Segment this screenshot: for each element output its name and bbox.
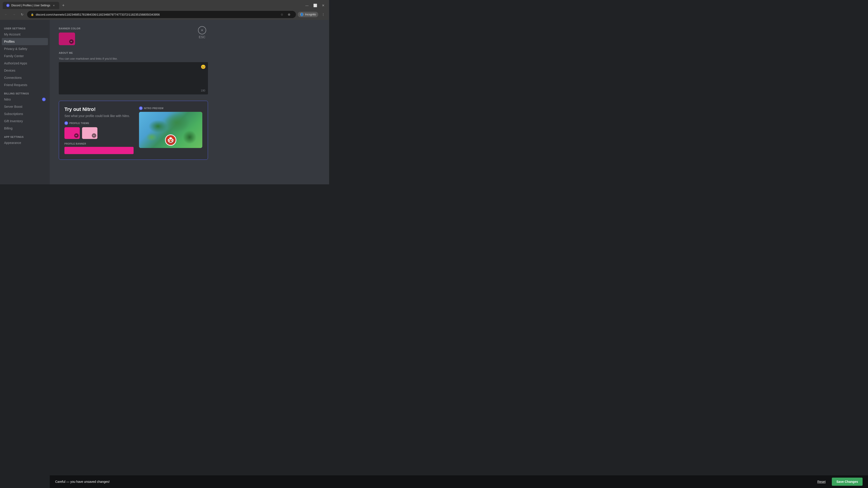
sidebar-item-server-boost[interactable]: Server Boost [2,103,48,110]
billing-settings-label: BILLING SETTINGS [2,90,48,96]
sidebar-item-privacy-safety-label: Privacy & Safety [4,47,46,51]
sidebar-item-server-boost-label: Server Boost [4,105,46,108]
sidebar-item-family-center[interactable]: Family Center [2,53,48,60]
sidebar-item-gift-inventory[interactable]: Gift Inventory [2,118,48,125]
browser-chrome: D Discord | Profiles | User Settings ✕ +… [0,0,329,20]
tab-bar: D Discord | Profiles | User Settings ✕ +… [0,0,329,9]
theme-swatch-1-edit[interactable]: ✏ [74,133,79,138]
sidebar-item-connections[interactable]: Connections [2,74,48,81]
theme-swatch-2-edit[interactable]: ✏ [92,133,96,138]
nitro-icon: ⬡ [64,121,68,125]
profile-theme-label: ⬡ PROFILE THEME [64,121,133,125]
nitro-card-right: ⬡ NITRO PREVIEW 🤡 [139,106,202,154]
esc-button[interactable]: ✕ ESC [198,26,206,39]
profile-themes: ✏ ✏ [64,127,133,139]
sidebar-item-connections-label: Connections [4,76,46,79]
extension-button[interactable]: ⊕ [286,11,292,18]
tab-close-button[interactable]: ✕ [52,4,56,7]
incognito-icon: 👤 [300,13,304,16]
content-area: ✕ ESC BANNER COLOR ✏ ABOUT ME You can us… [50,20,329,184]
emoji-picker-button[interactable]: 😊 [201,64,206,69]
nitro-card: Try out Nitro! See what your profile cou… [59,101,208,160]
sidebar-item-gift-inventory-label: Gift Inventory [4,119,46,123]
nitro-subtitle: See what your profile could look like wi… [64,114,133,118]
tab-favicon: D [6,4,9,7]
active-tab[interactable]: D Discord | Profiles | User Settings ✕ [3,2,59,9]
content-inner: ✕ ESC BANNER COLOR ✏ ABOUT ME You can us… [50,20,217,183]
sidebar-item-friend-requests-label: Friend Requests [4,83,46,87]
about-me-input[interactable] [59,62,208,94]
sidebar-item-authorized-apps[interactable]: Authorized Apps [2,60,48,67]
profile-banner-label: PROFILE BANNER [64,142,133,145]
char-count: 190 [201,89,205,92]
sidebar-item-billing[interactable]: Billing [2,125,48,132]
sidebar-item-my-account-label: My Account [4,33,46,36]
profile-avatar: 🤡 [165,134,176,146]
banner-color-header: BANNER COLOR [59,27,208,30]
nitro-preview-icon: ⬡ [139,106,143,110]
close-window-button[interactable]: ✕ [320,2,327,8]
nitro-card-left: Try out Nitro! See what your profile cou… [64,106,133,154]
esc-label: ESC [199,35,206,39]
back-button[interactable]: ← [3,11,9,18]
nitro-title: Try out Nitro! [64,106,133,112]
minimize-button[interactable]: — [304,2,310,8]
lock-icon: 🔒 [31,13,34,16]
profile-banner-preview [64,147,133,154]
tab-title: Discord | Profiles | User Settings [11,4,50,7]
sidebar-item-privacy-safety[interactable]: Privacy & Safety [2,45,48,53]
url-text: discord.com/channels/1182346851781984336… [36,13,277,16]
nitro-preview-label: ⬡ NITRO PREVIEW [139,106,202,110]
incognito-label: Incognito [305,13,316,16]
about-me-section: ABOUT ME You can use markdown and links … [59,52,208,94]
sidebar: USER SETTINGS My Account Profiles Privac… [0,20,50,184]
sidebar-item-devices[interactable]: Devices [2,67,48,74]
maximize-button[interactable]: ⬜ [312,2,318,8]
app-layout: USER SETTINGS My Account Profiles Privac… [0,20,329,184]
reload-button[interactable]: ↻ [19,11,25,18]
banner-color-section: BANNER COLOR ✏ [59,27,208,45]
sidebar-item-my-account[interactable]: My Account [2,31,48,38]
menu-button[interactable]: ⋮ [320,11,327,18]
banner-color-edit-button[interactable]: ✏ [69,39,74,44]
user-settings-label: USER SETTINGS [2,25,48,31]
sidebar-item-profiles-label: Profiles [4,40,46,43]
bookmark-button[interactable]: ☆ [279,11,285,18]
sidebar-item-nitro-label: Nitro [4,98,42,101]
banner-color-swatch[interactable]: ✏ [59,33,75,45]
incognito-badge[interactable]: 👤 Incognito [298,12,318,17]
sidebar-item-subscriptions[interactable]: Subscriptions [2,110,48,118]
sidebar-item-family-center-label: Family Center [4,54,46,58]
new-tab-button[interactable]: + [60,2,66,8]
sidebar-item-authorized-apps-label: Authorized Apps [4,61,46,65]
theme-swatch-2[interactable]: ✏ [82,127,97,139]
forward-button[interactable]: → [11,11,17,18]
sidebar-item-appearance-label: Appearance [4,141,46,144]
sidebar-item-nitro[interactable]: Nitro ⬡ [2,96,48,103]
address-bar: ← → ↻ 🔒 discord.com/channels/11823468517… [0,9,329,20]
address-input[interactable]: 🔒 discord.com/channels/11823468517819843… [27,11,296,18]
sidebar-item-billing-label: Billing [4,127,46,130]
sidebar-item-subscriptions-label: Subscriptions [4,112,46,116]
about-me-header: ABOUT ME [59,52,208,54]
theme-swatch-1[interactable]: ✏ [64,127,80,139]
nitro-preview-image: 🤡 [139,112,202,148]
sidebar-item-friend-requests[interactable]: Friend Requests [2,81,48,89]
about-me-textarea-wrap: 😊 190 [59,62,208,94]
address-actions: ☆ ⊕ [279,11,292,18]
esc-circle: ✕ [198,26,206,34]
app-settings-label: APP SETTINGS [2,134,48,139]
sidebar-item-appearance[interactable]: Appearance [2,139,48,147]
sidebar-item-devices-label: Devices [4,69,46,72]
about-me-hint: You can use markdown and links if you'd … [59,57,208,60]
sidebar-item-profiles[interactable]: Profiles [2,38,48,45]
nitro-badge-icon: ⬡ [42,98,46,101]
